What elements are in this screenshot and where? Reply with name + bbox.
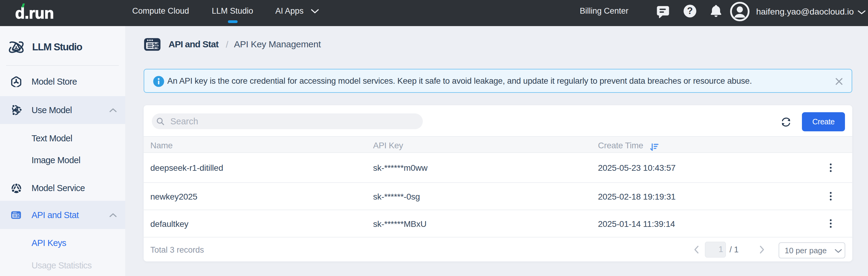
svg-text:?: ?: [687, 5, 693, 16]
